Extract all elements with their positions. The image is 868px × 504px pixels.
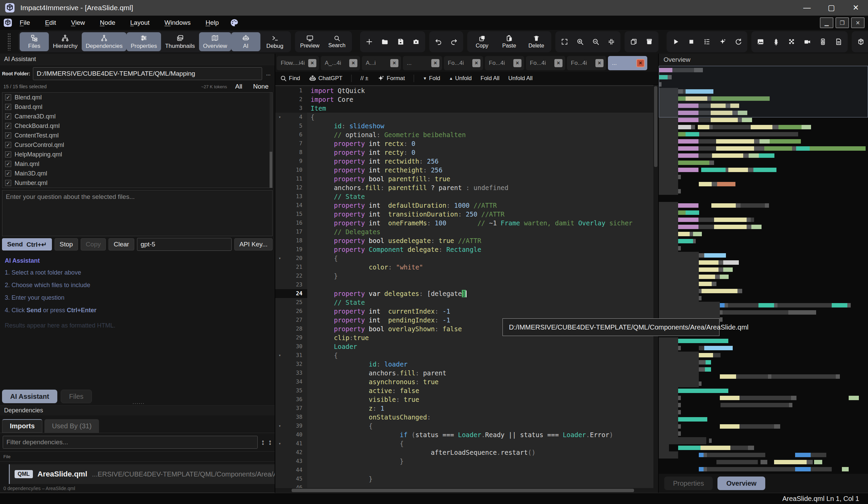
file-list-item[interactable]: ✓CheckBoard.qml [2, 121, 272, 131]
gutter[interactable]: 33 [275, 369, 307, 377]
select-all-button[interactable]: All [232, 83, 245, 90]
code-line[interactable]: 42 afterLoadSequence.restart() [275, 448, 653, 457]
gutter[interactable]: 43 [275, 457, 307, 466]
gutter[interactable]: 6 [275, 130, 307, 139]
panel-tab-ai-assistant[interactable]: AI Assistant [2, 390, 57, 403]
redo-button[interactable] [446, 32, 462, 51]
toolbar-delete-button[interactable]: Delete [523, 32, 550, 51]
unfold-all-button[interactable]: Unfold All [508, 75, 533, 82]
wincopy-button[interactable] [626, 32, 641, 51]
stop-button[interactable] [683, 32, 699, 51]
speaker-button[interactable] [815, 32, 831, 51]
api-key-button[interactable]: API Key... [234, 238, 272, 251]
zoomin-button[interactable] [572, 32, 588, 51]
checkbox-checked-icon[interactable]: ✓ [5, 151, 11, 158]
collapse-button[interactable] [603, 32, 619, 51]
gutter[interactable]: 44 [275, 466, 307, 474]
file-list-item[interactable]: ✓Number.qml [2, 178, 272, 188]
sort-desc-button[interactable]: ↕ [268, 438, 272, 447]
gutter[interactable]: 7 [275, 139, 307, 148]
checkbox-checked-icon[interactable]: ✓ [5, 170, 11, 177]
dependency-row[interactable]: QML AreaSlide.qml ...ERSIVE/CUBE4DEV-TEM… [9, 464, 275, 484]
toolbar-ai-button[interactable]: AI [231, 32, 260, 51]
gutter[interactable]: 27 [275, 316, 307, 324]
fold-all-button[interactable]: Fold All [480, 75, 499, 82]
code-line[interactable]: 12 anchors.fill: parentfill ? parent : u… [275, 183, 653, 192]
code-line[interactable]: 35 active: false [275, 386, 653, 395]
gutter[interactable]: 19 [275, 245, 307, 254]
gutter[interactable]: 28 [275, 324, 307, 333]
code-line[interactable]: 19 property Component delegate: Rectangl… [275, 245, 653, 254]
code-line[interactable]: 30 Loader [275, 342, 653, 351]
menu-layout[interactable]: Layout [123, 16, 157, 30]
maximize-button[interactable]: ▢ [819, 0, 844, 16]
editor-tab[interactable]: Fo...4i× [567, 56, 606, 70]
gutter[interactable]: 36 [275, 395, 307, 404]
toolbar-properties-button[interactable]: Properties [126, 32, 161, 51]
chatgpt-button[interactable]: ChatGPT [309, 75, 342, 82]
code-line[interactable]: 2import Core [275, 95, 653, 104]
tab-close-icon[interactable]: × [472, 59, 480, 67]
code-line[interactable]: 38 onStatusChanged: [275, 413, 653, 422]
gutter[interactable]: 9 [275, 157, 307, 165]
gutter[interactable]: 29 [275, 333, 307, 342]
tab-close-icon[interactable]: × [390, 59, 399, 67]
code-line[interactable]: 18 property bool usedelegate: true //ATT… [275, 236, 653, 245]
checkbox-checked-icon[interactable]: ✓ [5, 132, 11, 139]
unfold-button[interactable]: ▲Unfold [449, 75, 472, 82]
gutter[interactable]: 25 [275, 298, 307, 307]
refresh-button[interactable] [730, 32, 746, 51]
play-button[interactable] [668, 32, 683, 51]
editor-tab[interactable]: A_...4i× [321, 56, 360, 70]
code-line[interactable]: 17 // Delegates [275, 228, 653, 236]
code-line[interactable]: 3Item [275, 104, 653, 113]
toggle-comment-button[interactable]: // ± [360, 75, 369, 82]
code-line[interactable]: 8 property int recty: 0 [275, 148, 653, 157]
editor-vscrollbar[interactable] [653, 85, 658, 488]
gutter[interactable]: 12 [275, 183, 307, 192]
filelist-scrollbar[interactable] [270, 93, 272, 188]
toolbar-thumbnails-button[interactable]: Thumbnails [161, 32, 199, 51]
gutter[interactable]: 2 [275, 95, 307, 104]
gutter[interactable]: 23 [275, 280, 307, 289]
gutter[interactable]: ▾41 [275, 439, 307, 448]
sparkle-button[interactable] [715, 32, 730, 51]
tab-close-icon[interactable]: × [308, 59, 316, 67]
checkbox-checked-icon[interactable]: ✓ [5, 94, 11, 100]
code-line[interactable]: 32 id: loader [275, 360, 653, 369]
gutter[interactable]: 16 [275, 219, 307, 228]
code-line[interactable]: ▾4{ [275, 113, 653, 121]
gutter[interactable]: 37 [275, 404, 307, 413]
toolbar-overview-button[interactable]: Overview [199, 32, 231, 51]
gutter[interactable]: 45 [275, 474, 307, 483]
gutter[interactable]: 18 [275, 236, 307, 245]
code-line[interactable]: 22 } [275, 272, 653, 280]
deps-tab-imports[interactable]: Imports [2, 419, 42, 433]
gutter[interactable]: 14 [275, 201, 307, 210]
tab-close-icon[interactable]: × [637, 59, 644, 67]
palette-icon[interactable] [229, 18, 239, 28]
editor-tab[interactable]: Fo...4i× [485, 56, 524, 70]
child-close-button[interactable]: ✕ [851, 17, 865, 28]
child-minimize-button[interactable]: ▁ [820, 17, 834, 28]
cube3d-button[interactable] [853, 32, 868, 51]
footer-overview-button[interactable]: Overview [717, 476, 765, 490]
code-line[interactable]: 6 // optional: Geometrie beibehalten [275, 130, 653, 139]
question-input[interactable] [2, 190, 272, 236]
editor-hscrollbar[interactable] [275, 488, 658, 493]
clear-button[interactable]: Clear [108, 238, 134, 251]
code-line[interactable]: 45 } [275, 474, 653, 483]
browse-folder-button[interactable]: ... [265, 71, 272, 77]
gutter[interactable]: ▾39 [275, 422, 307, 430]
save-button[interactable] [393, 32, 408, 51]
stop-button[interactable]: Stop [54, 238, 78, 251]
code-line[interactable]: 23 [275, 280, 653, 289]
gutter[interactable]: 10 [275, 165, 307, 174]
gutter[interactable]: 3 [275, 104, 307, 113]
menu-file[interactable]: File [12, 16, 38, 30]
child-restore-button[interactable]: ❐ [836, 17, 849, 28]
tab-close-icon[interactable]: × [349, 59, 358, 67]
minimap-viewport[interactable] [659, 66, 868, 118]
file-list-item[interactable]: ✓ContentTest.qml [2, 131, 272, 140]
menu-windows[interactable]: Windows [157, 16, 198, 30]
